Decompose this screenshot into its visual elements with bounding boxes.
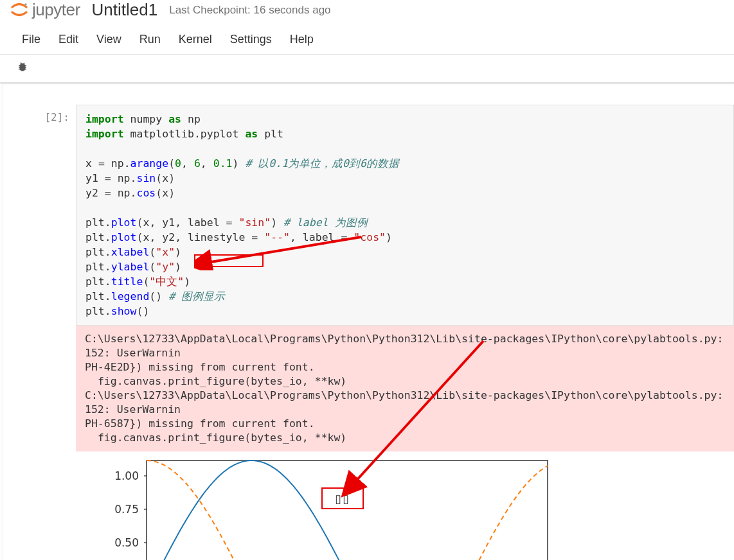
menu-run[interactable]: Run: [132, 30, 168, 49]
svg-text:1.00: 1.00: [114, 469, 139, 482]
menu-kernel[interactable]: Kernel: [171, 30, 220, 49]
svg-text:0.50: 0.50: [114, 536, 139, 549]
svg-point-0: [24, 3, 27, 6]
matplotlib-chart: 1.00 0.75 0.50 0.25: [102, 457, 564, 560]
cell-prompt: [2]:: [6, 105, 76, 326]
logo-text: jupyter: [32, 0, 80, 20]
menu-view[interactable]: View: [89, 30, 129, 49]
stderr-output: C:\Users\12733\AppData\Local\Programs\Py…: [76, 326, 734, 451]
svg-text:0.75: 0.75: [114, 503, 139, 516]
checkpoint-label: Last Checkpoint: 16 seconds ago: [169, 4, 330, 17]
cell-output: C:\Users\12733\AppData\Local\Programs\Py…: [76, 326, 734, 560]
menu-file[interactable]: File: [14, 30, 48, 49]
plot-output: 1.00 0.75 0.50 0.25: [76, 451, 734, 560]
app-header: jupyter Untitled1 Last Checkpoint: 16 se…: [0, 0, 734, 25]
jupyter-logo-icon: [10, 3, 28, 17]
code-cell[interactable]: [2]: import numpy as np import matplotli…: [6, 105, 734, 326]
toolbar: [0, 55, 734, 83]
menu-help[interactable]: Help: [282, 30, 321, 49]
menu-edit[interactable]: Edit: [51, 30, 86, 49]
debug-icon[interactable]: [13, 58, 32, 78]
notebook: [2]: import numpy as np import matplotli…: [1, 83, 734, 560]
jupyter-logo[interactable]: jupyter: [10, 0, 80, 20]
document-title[interactable]: Untitled1: [92, 0, 158, 20]
code-editor[interactable]: import numpy as np import matplotlib.pyp…: [76, 105, 734, 326]
menu-bar: File Edit View Run Kernel Settings Help: [0, 25, 734, 55]
menu-settings[interactable]: Settings: [222, 30, 280, 49]
